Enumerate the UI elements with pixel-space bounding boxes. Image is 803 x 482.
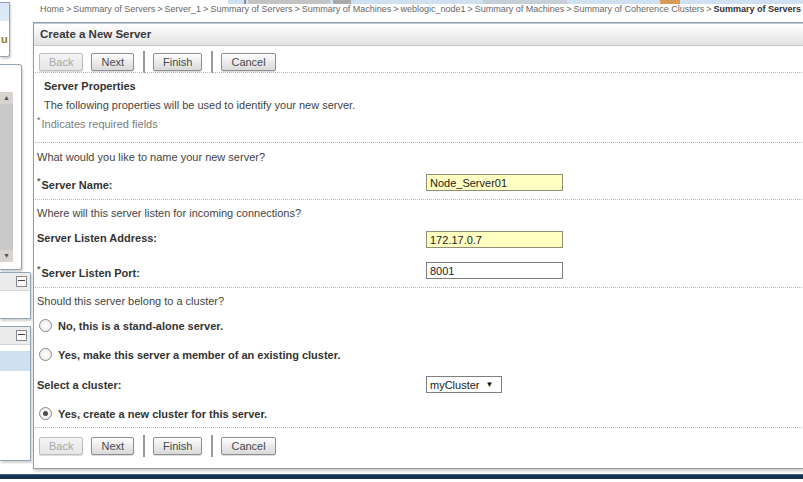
- cancel-button[interactable]: Cancel: [221, 437, 275, 455]
- wizard-toolbar-bottom: Back Next Finish Cancel: [39, 435, 284, 457]
- sidebar-fragment-collapsible-panel: [0, 272, 31, 319]
- next-button[interactable]: Next: [91, 437, 134, 455]
- collapse-icon[interactable]: [16, 330, 27, 341]
- radio-icon[interactable]: [39, 407, 52, 420]
- breadcrumb-item[interactable]: Summary of Coherence Clusters: [574, 4, 705, 14]
- question-server-name: What would you like to name your new ser…: [37, 151, 265, 163]
- divider: [35, 199, 803, 200]
- breadcrumb-item[interactable]: Summary of Machines: [302, 4, 392, 14]
- sidebar-fragment-text: u: [1, 33, 8, 45]
- wizard-toolbar-top: Back Next Finish Cancel: [39, 51, 284, 73]
- page-title: Create a New Server: [34, 23, 803, 46]
- listen-port-input[interactable]: [426, 262, 563, 279]
- breadcrumb-separator: >: [66, 4, 71, 14]
- scroll-up-icon[interactable]: ▲: [0, 92, 13, 104]
- listen-address-input[interactable]: [426, 231, 563, 248]
- breadcrumb-separator: >: [203, 4, 208, 14]
- section-description: The following properties will be used to…: [44, 99, 355, 111]
- finish-button[interactable]: Finish: [153, 53, 202, 71]
- question-cluster: Should this server belong to a cluster?: [37, 295, 224, 307]
- selected-row-fragment: [0, 351, 30, 371]
- cancel-button[interactable]: Cancel: [221, 53, 275, 71]
- weblogic-console-page: u ▲ ▼ Home>Summary of Servers>Server_1>S…: [0, 0, 803, 482]
- next-button[interactable]: Next: [91, 53, 134, 71]
- required-asterisk: *: [37, 115, 41, 125]
- sidebar-fragment-scroll-panel: ▲ ▼: [0, 64, 22, 270]
- breadcrumb-item[interactable]: Summary of Servers: [210, 4, 292, 14]
- server-name-input[interactable]: [426, 174, 563, 191]
- breadcrumb-separator: >: [393, 4, 398, 14]
- required-fields-note: *Indicates required fields: [37, 115, 158, 130]
- breadcrumb-item[interactable]: Summary of Machines: [475, 4, 565, 14]
- back-button[interactable]: Back: [39, 53, 83, 71]
- sidebar-fragment-header: [0, 3, 9, 21]
- bottom-frame-bar: [0, 474, 803, 479]
- divider: [35, 287, 803, 288]
- radio-standalone-server[interactable]: No, this is a stand-alone server.: [39, 319, 223, 332]
- listen-port-label: *Server Listen Port:: [37, 264, 140, 279]
- radio-new-cluster[interactable]: Yes, create a new cluster for this serve…: [39, 407, 267, 420]
- breadcrumb-separator: >: [706, 4, 711, 14]
- breadcrumb-item[interactable]: Server_1: [165, 4, 202, 14]
- radio-existing-cluster[interactable]: Yes, make this server a member of an exi…: [39, 348, 340, 361]
- cluster-select[interactable]: myCluster ▼: [426, 376, 502, 393]
- chevron-down-icon: ▼: [486, 380, 494, 389]
- breadcrumb-item[interactable]: Summary of Servers: [73, 4, 155, 14]
- breadcrumb-separator: >: [566, 4, 571, 14]
- breadcrumb-item[interactable]: Summary of Servers: [713, 4, 801, 14]
- breadcrumb-separator: >: [468, 4, 473, 14]
- radio-icon[interactable]: [39, 348, 52, 361]
- sidebar-fragment-top: u: [0, 2, 10, 57]
- collapse-icon[interactable]: [16, 276, 27, 287]
- breadcrumb-item[interactable]: Home: [40, 4, 64, 14]
- divider: [35, 142, 803, 143]
- breadcrumb: Home>Summary of Servers>Server_1>Summary…: [40, 4, 780, 14]
- create-server-wizard-panel: Create a New Server Back Next Finish Can…: [33, 22, 803, 469]
- toolbar-separator: [211, 51, 213, 73]
- scroll-down-icon[interactable]: ▼: [0, 250, 13, 262]
- select-cluster-label: Select a cluster:: [37, 379, 121, 391]
- breadcrumb-separator: >: [157, 4, 162, 14]
- divider: [35, 72, 803, 73]
- panel-header: [0, 273, 30, 291]
- divider: [35, 427, 803, 428]
- finish-button[interactable]: Finish: [153, 437, 202, 455]
- back-button[interactable]: Back: [39, 437, 83, 455]
- panel-header: [0, 327, 30, 345]
- breadcrumb-item[interactable]: weblogic_node1: [400, 4, 465, 14]
- toolbar-separator: [143, 435, 145, 457]
- breadcrumb-separator: >: [294, 4, 299, 14]
- scrollbar-track[interactable]: [0, 92, 13, 262]
- cluster-select-value: myCluster: [430, 379, 480, 391]
- toolbar-separator: [143, 51, 145, 73]
- section-heading: Server Properties: [44, 80, 136, 92]
- question-listen: Where will this server listen for incomi…: [37, 207, 301, 219]
- toolbar-separator: [211, 435, 213, 457]
- radio-icon[interactable]: [39, 319, 52, 332]
- sidebar-fragment-collapsible-panel: [0, 326, 31, 461]
- listen-address-label: Server Listen Address:: [37, 232, 157, 244]
- server-name-label: *Server Name:: [37, 176, 112, 191]
